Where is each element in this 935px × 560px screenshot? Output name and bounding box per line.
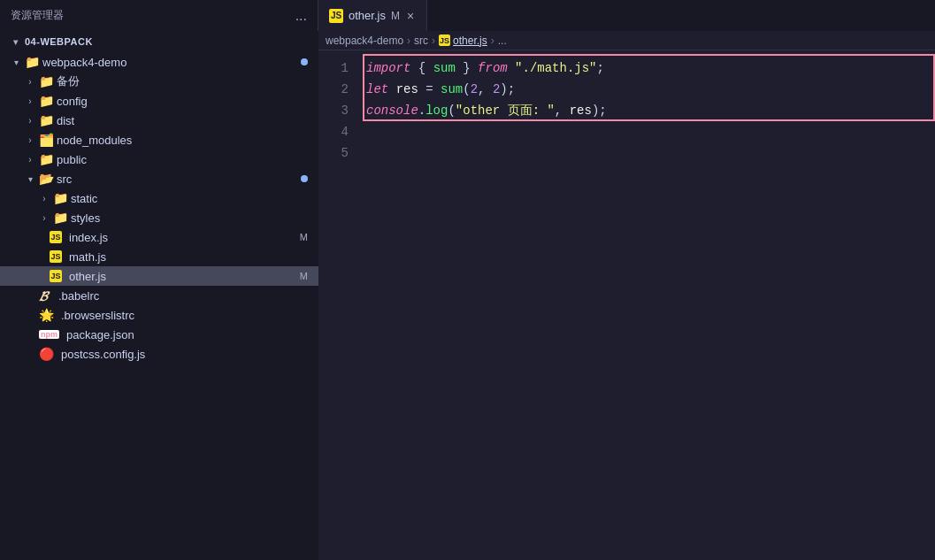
editor-area: webpack4-demo › src › JS other.js › ... … xyxy=(318,31,935,560)
explorer-more-button[interactable]: ... xyxy=(295,8,307,24)
js-file-icon: JS xyxy=(50,270,62,282)
js-file-icon: JS xyxy=(50,231,62,243)
line-number: 3 xyxy=(318,100,349,121)
sidebar-item-label: package.json xyxy=(66,328,311,341)
sidebar-item-browserslistrc[interactable]: 🌟 .browserslistrc xyxy=(0,305,318,325)
token-import: import xyxy=(366,58,410,79)
tab-close-button[interactable]: × xyxy=(405,7,416,25)
breadcrumb-js-icon-inline: JS other.js xyxy=(439,35,487,47)
code-line-1: import { sum } from "./math.js" ; xyxy=(366,58,935,79)
chevron-right-icon: › xyxy=(39,194,50,203)
token-space xyxy=(562,100,569,121)
folder-img-icon: 🗂️ xyxy=(39,134,53,146)
modified-badge: M xyxy=(300,232,308,242)
token-comma: , xyxy=(478,79,485,100)
token-paren-close: ) xyxy=(500,79,507,100)
breadcrumb-sep: › xyxy=(491,35,494,47)
sidebar-item-babelrc[interactable]: 𝓑 .babelrc xyxy=(0,286,318,305)
tab-other-js[interactable]: JS other.js M × xyxy=(318,0,427,31)
breadcrumb-sep: › xyxy=(407,35,410,47)
sidebar-item-src[interactable]: ▾ 📂 src xyxy=(0,169,318,188)
chevron-down-icon: ▾ xyxy=(11,58,21,67)
chevron-right-icon: › xyxy=(25,155,35,165)
sidebar-item-label: postcss.config.js xyxy=(61,348,311,361)
sidebar-item-label: index.js xyxy=(69,231,296,244)
babel-icon: 𝓑 xyxy=(39,289,51,302)
modified-dot xyxy=(301,175,308,182)
sidebar: ▾ 04-WEBPACK ▾ 📁 webpack4-demo › 📁 备份 › … xyxy=(0,31,318,560)
sidebar-root-header[interactable]: ▾ 04-WEBPACK xyxy=(0,31,318,52)
line-number: 5 xyxy=(318,142,349,164)
folder-icon: 📁 xyxy=(53,211,67,224)
token-sum: sum xyxy=(433,58,456,79)
line-number: 4 xyxy=(318,121,349,142)
token-from: from xyxy=(478,58,508,79)
breadcrumb-ellipsis: ... xyxy=(498,35,507,47)
token-num-2b: 2 xyxy=(493,79,500,100)
sidebar-item-static[interactable]: › 📁 static xyxy=(0,188,318,208)
js-icon-breadcrumb: JS xyxy=(439,35,450,46)
sidebar-item-styles[interactable]: › 📁 styles xyxy=(0,208,318,227)
code-content[interactable]: import { sum } from "./math.js" ; let xyxy=(363,50,935,560)
chevron-right-icon: › xyxy=(25,116,35,126)
token-res-ref: res xyxy=(570,100,592,121)
token-space xyxy=(471,58,478,79)
sidebar-item-webpack4-demo[interactable]: ▾ 📁 webpack4-demo xyxy=(0,52,318,72)
token-space xyxy=(388,79,395,100)
folder-open-icon: 📂 xyxy=(39,173,53,185)
modified-badge: M xyxy=(300,271,308,281)
chevron-right-icon: › xyxy=(25,135,35,145)
token-space xyxy=(486,79,493,100)
sidebar-item-label: other.js xyxy=(69,270,296,283)
code-line-4 xyxy=(366,121,935,142)
main-area: ▾ 04-WEBPACK ▾ 📁 webpack4-demo › 📁 备份 › … xyxy=(0,31,935,560)
line-number: 2 xyxy=(318,79,349,100)
sidebar-item-package-json[interactable]: npm package.json xyxy=(0,325,318,344)
chevron-right-icon: › xyxy=(25,77,35,87)
sidebar-item-label: node_modules xyxy=(57,134,311,147)
explorer-title-bar: 资源管理器 ... xyxy=(0,0,318,31)
token-brace-close: } xyxy=(463,58,470,79)
sidebar-item-label: webpack4-demo xyxy=(42,56,297,69)
sidebar-item-label: config xyxy=(57,95,311,108)
token-string: "./math.js" xyxy=(515,58,596,79)
sidebar-item-backup[interactable]: › 📁 备份 xyxy=(0,72,318,91)
token-string-other: "other 页面: " xyxy=(456,100,555,121)
sidebar-item-label: .browserslistrc xyxy=(61,309,311,322)
token-console: console xyxy=(366,100,418,121)
folder-icon: 📁 xyxy=(25,56,39,68)
line-number: 1 xyxy=(318,58,349,79)
token-paren-open: ( xyxy=(463,79,470,100)
token-res: res xyxy=(396,79,418,100)
token-paren-close: ) xyxy=(592,100,599,121)
breadcrumb-src: src xyxy=(414,35,428,47)
sidebar-item-index-js[interactable]: JS index.js M xyxy=(0,227,318,247)
token-space xyxy=(425,58,433,79)
chevron-down-icon: ▾ xyxy=(11,37,21,47)
sidebar-item-other-js[interactable]: JS other.js M xyxy=(0,266,318,286)
code-editor[interactable]: 1 2 3 4 5 import { sum } xyxy=(318,50,935,560)
js-file-icon: JS xyxy=(329,9,343,23)
sidebar-item-label: public xyxy=(57,153,311,166)
sidebar-item-public[interactable]: › 📁 public xyxy=(0,150,318,169)
sidebar-item-dist[interactable]: › 📁 dist xyxy=(0,111,318,130)
folder-icon: 📁 xyxy=(39,75,53,88)
sidebar-item-config[interactable]: › 📁 config xyxy=(0,91,318,111)
browsers-icon: 🌟 xyxy=(39,308,54,322)
sidebar-item-node-modules[interactable]: › 🗂️ node_modules xyxy=(0,130,318,150)
code-line-5 xyxy=(366,142,935,164)
chevron-right-icon: › xyxy=(39,213,50,223)
modified-dot xyxy=(301,58,308,65)
sidebar-item-postcss-config[interactable]: 🔴 postcss.config.js xyxy=(0,344,318,364)
sidebar-item-label: styles xyxy=(71,211,311,225)
folder-icon: 📁 xyxy=(39,114,53,127)
token-let: let xyxy=(366,79,388,100)
sidebar-item-label: math.js xyxy=(69,250,311,264)
token-equals: = xyxy=(425,79,433,100)
token-comma: , xyxy=(555,100,562,121)
sidebar-item-label: static xyxy=(71,192,311,205)
top-bar: 资源管理器 ... JS other.js M × xyxy=(0,0,935,31)
sidebar-item-label: dist xyxy=(57,114,311,127)
sidebar-item-label: .babelrc xyxy=(58,289,311,303)
sidebar-item-math-js[interactable]: JS math.js xyxy=(0,247,318,266)
